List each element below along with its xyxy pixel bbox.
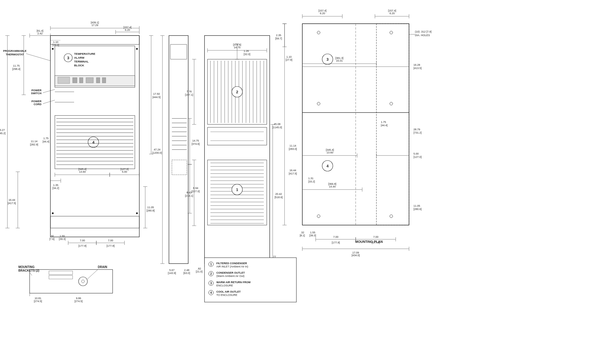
svg-text:16.28: 16.28 xyxy=(413,63,420,66)
svg-text:2: 2 xyxy=(236,90,238,94)
svg-text:[439.1]: [439.1] xyxy=(91,21,99,24)
svg-text:[21.0]: [21.0] xyxy=(196,270,203,273)
svg-text:TERMINAL: TERMINAL xyxy=(74,60,89,63)
svg-text:[177.8]: [177.8] xyxy=(332,241,340,244)
svg-rect-13 xyxy=(79,78,83,83)
svg-text:[44.4]: [44.4] xyxy=(43,140,49,143)
svg-text:16.44: 16.44 xyxy=(9,198,15,201)
svg-text:TO ENCLOSURE: TO ENCLOSURE xyxy=(216,294,237,296)
svg-text:[1145.0]: [1145.0] xyxy=(272,126,282,129)
main-container: 3 TEMPERATURE ALARM TERMINAL BLOCK 4 xyxy=(0,0,607,364)
svg-text:[518.6]: [518.6] xyxy=(274,196,283,199)
svg-text:1.10: 1.10 xyxy=(286,55,292,58)
svg-text:[413.5]: [413.5] xyxy=(413,67,422,70)
svg-text:4: 4 xyxy=(210,291,212,294)
svg-text:FILTERED CONDENSER: FILTERED CONDENSER xyxy=(216,262,247,265)
svg-text:[39.3]: [39.3] xyxy=(309,234,316,237)
svg-text:[32.0]: [32.0] xyxy=(244,53,250,56)
svg-text:CORD: CORD xyxy=(34,103,42,106)
svg-text:14.75: 14.75 xyxy=(192,139,199,142)
svg-text:[274.5]: [274.5] xyxy=(74,300,83,303)
svg-text:11.14: 11.14 xyxy=(290,144,296,147)
svg-text:16.44: 16.44 xyxy=(290,169,296,172)
svg-text:1.10: 1.10 xyxy=(53,41,58,44)
svg-text:11.14: 11.14 xyxy=(31,140,38,143)
svg-text:[366.8]: [366.8] xyxy=(328,182,336,185)
svg-text:[1200.0]: [1200.0] xyxy=(152,151,162,154)
svg-text:13.60: 13.60 xyxy=(79,170,86,173)
svg-text:[44.4]: [44.4] xyxy=(381,124,388,127)
svg-text:[280.8]: [280.8] xyxy=(146,209,155,212)
svg-text:WARM AIR RETURN FROM: WARM AIR RETURN FROM xyxy=(216,281,250,284)
svg-text:6.20: 6.20 xyxy=(125,28,130,31)
svg-text:[298.4]: [298.4] xyxy=(12,68,20,70)
svg-point-40 xyxy=(136,212,138,214)
svg-text:[417.5]: [417.5] xyxy=(289,172,297,175)
svg-text:[34.2]: [34.2] xyxy=(52,187,59,190)
svg-text:(Warm Ambient Air Out): (Warm Ambient Air Out) xyxy=(216,275,245,278)
svg-text:28.79: 28.79 xyxy=(413,128,420,131)
svg-text:[177.8]: [177.8] xyxy=(372,241,380,244)
svg-text:14.75: 14.75 xyxy=(234,46,241,49)
svg-rect-15 xyxy=(96,78,100,83)
svg-text:1.55: 1.55 xyxy=(60,235,65,238)
svg-text:1.75: 1.75 xyxy=(43,137,49,140)
svg-text:BLOCK: BLOCK xyxy=(74,64,84,67)
svg-text:DIA. HOLES: DIA. HOLES xyxy=(415,34,430,37)
svg-text:AIR INLET (Ambient Air In): AIR INLET (Ambient Air In) xyxy=(216,265,248,268)
svg-text:7.00: 7.00 xyxy=(333,235,338,238)
svg-point-37 xyxy=(52,48,54,50)
svg-text:33.27: 33.27 xyxy=(0,129,5,132)
svg-text:2.35: 2.35 xyxy=(276,34,281,37)
svg-text:POWER: POWER xyxy=(31,100,42,103)
svg-text:[157.4]: [157.4] xyxy=(123,26,132,29)
svg-text:POWER: POWER xyxy=(31,89,42,92)
svg-text:[28.0]: [28.0] xyxy=(52,44,59,46)
svg-text:8.43: 8.43 xyxy=(186,191,192,194)
svg-text:[61.4]: [61.4] xyxy=(37,29,44,32)
svg-text:[227.0]: [227.0] xyxy=(191,190,200,193)
svg-point-38 xyxy=(136,48,138,50)
svg-text:11.05: 11.05 xyxy=(413,204,420,207)
svg-text:.82: .82 xyxy=(197,267,201,270)
svg-text:6.20: 6.20 xyxy=(389,12,395,15)
svg-text:(10) .312 [7.9]: (10) .312 [7.9] xyxy=(415,30,432,33)
svg-text:[157.4]: [157.4] xyxy=(318,9,327,12)
svg-text:[417.5]: [417.5] xyxy=(8,202,16,205)
svg-text:[33.2]: [33.2] xyxy=(308,180,315,183)
svg-text:3: 3 xyxy=(326,57,328,62)
svg-text:[731.2]: [731.2] xyxy=(413,131,422,134)
svg-rect-11 xyxy=(58,77,70,84)
svg-text:6.20: 6.20 xyxy=(320,12,325,15)
svg-text:.30: .30 xyxy=(50,235,54,238)
svg-text:10.81: 10.81 xyxy=(35,297,41,300)
svg-text:17.50: 17.50 xyxy=(153,92,160,95)
svg-text:ALARM: ALARM xyxy=(74,56,84,59)
svg-text:47.24: 47.24 xyxy=(154,148,161,151)
svg-text:[374.6]: [374.6] xyxy=(191,142,200,145)
svg-text:13.60: 13.60 xyxy=(327,151,333,154)
svg-text:[177.8]: [177.8] xyxy=(106,244,115,247)
svg-text:[127.0]: [127.0] xyxy=(413,155,422,158)
svg-text:1: 1 xyxy=(210,263,212,266)
svg-text:4: 4 xyxy=(326,164,329,168)
svg-text:9.86: 9.86 xyxy=(76,297,81,300)
svg-text:5.00: 5.00 xyxy=(122,170,127,173)
svg-text:.32: .32 xyxy=(301,231,304,234)
svg-text:[345.4]: [345.4] xyxy=(326,148,334,151)
svg-text:2.42: 2.42 xyxy=(37,32,43,35)
svg-rect-12 xyxy=(73,78,77,83)
svg-text:[345.4]: [345.4] xyxy=(78,168,87,171)
svg-text:CONDENSER OUTLET: CONDENSER OUTLET xyxy=(216,271,245,274)
svg-text:1.31: 1.31 xyxy=(308,177,314,180)
svg-rect-14 xyxy=(86,78,93,83)
svg-text:[274.5]: [274.5] xyxy=(34,300,42,303)
svg-text:[197.1]: [197.1] xyxy=(185,93,193,96)
svg-text:5.00: 5.00 xyxy=(413,152,419,155)
svg-text:1.55: 1.55 xyxy=(310,231,315,234)
svg-text:[39.3]: [39.3] xyxy=(59,238,66,240)
svg-text:15.01: 15.01 xyxy=(336,59,343,62)
svg-text:17.29: 17.29 xyxy=(92,24,98,27)
svg-text:TEMPERATURE: TEMPERATURE xyxy=(74,52,95,55)
svg-text:[845.2]: [845.2] xyxy=(0,132,6,135)
